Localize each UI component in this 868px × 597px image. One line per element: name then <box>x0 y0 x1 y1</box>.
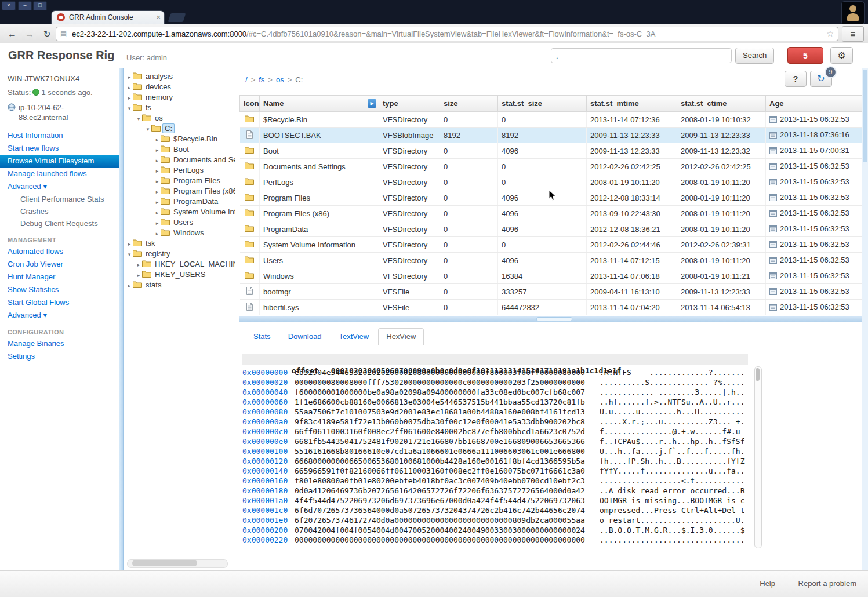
table-row[interactable]: hiberfil.sysVFSFile06444728322013-11-14 … <box>240 300 862 315</box>
tree-expand-icon[interactable]: ▸ <box>154 228 161 239</box>
tree-expand-icon[interactable]: ▸ <box>154 145 161 155</box>
browser-menu-button[interactable]: ≡ <box>842 26 864 42</box>
splitter-grip[interactable] <box>536 317 572 321</box>
new-tab-button[interactable] <box>168 13 186 22</box>
tree-node-analysis[interactable]: ▸analysis <box>124 71 235 82</box>
tree-expand-icon[interactable]: ▸ <box>154 134 161 145</box>
tree-expand-icon[interactable]: ▸ <box>154 176 161 187</box>
sidebar-subitem-crashes[interactable]: Crashes <box>0 205 104 217</box>
window-maximize-button[interactable]: □ <box>33 1 47 10</box>
tree-collapse-icon[interactable]: ▾ <box>144 124 151 134</box>
tree-expand-icon[interactable]: ▸ <box>135 260 142 270</box>
breadcrumb-link-fs[interactable]: fs <box>259 75 264 84</box>
tree-expand-icon[interactable]: ▸ <box>135 270 142 281</box>
tree-expand-icon[interactable]: ▸ <box>154 155 161 166</box>
sidebar-item-cron-job-viewer[interactable]: Cron Job Viewer <box>0 258 119 271</box>
tree-expand-icon[interactable]: ▸ <box>126 239 133 249</box>
tree-expand-icon[interactable]: ▸ <box>154 187 161 197</box>
tree-node-perflogs[interactable]: ▸PerfLogs <box>124 165 235 176</box>
tree-node-programdata[interactable]: ▸ProgramData <box>124 196 235 207</box>
search-input[interactable] <box>551 48 732 63</box>
help-link[interactable]: Help <box>760 579 775 588</box>
search-button[interactable]: Search <box>735 48 774 64</box>
sidebar-item-advanced[interactable]: Advanced ▾ <box>0 180 119 193</box>
desktop-user-icon[interactable] <box>841 1 865 25</box>
tree-node-fs[interactable]: ▾fs <box>124 103 235 113</box>
notifications-button[interactable]: 5 <box>787 47 823 64</box>
tree-expand-icon[interactable]: ▸ <box>126 93 133 103</box>
main-scrollbar-thumb[interactable] <box>863 70 867 162</box>
tree-node-c[interactable]: ▾C: <box>124 123 235 134</box>
tab-hexview[interactable]: HexView <box>378 328 424 345</box>
table-row[interactable]: ProgramDataVFSDirectory040962012-12-08 1… <box>240 221 862 237</box>
breadcrumb-link-os[interactable]: os <box>276 75 284 84</box>
sidebar-item-browse-virtual-filesystem[interactable]: Browse Virtual Filesystem <box>0 155 119 168</box>
tree-node-registry[interactable]: ▾registry <box>124 249 235 259</box>
table-row[interactable]: BOOTSECT.BAKVFSBlobImage819281922009-11-… <box>240 128 862 143</box>
browser-tab[interactable]: GRR Admin Console × <box>51 10 165 24</box>
sidebar-splitter[interactable] <box>119 68 124 571</box>
tab-download[interactable]: Download <box>280 328 330 345</box>
tree-collapse-icon[interactable]: ▾ <box>135 114 142 124</box>
table-row[interactable]: WindowsVFSDirectory0163842013-11-14 07:0… <box>240 268 862 284</box>
tree-node-os[interactable]: ▾os <box>124 113 235 123</box>
tree-node-stats[interactable]: ▸stats <box>124 280 235 290</box>
sidebar-subitem-client-performance-stats[interactable]: Client Performance Stats <box>0 193 104 205</box>
horizontal-splitter[interactable] <box>239 316 868 322</box>
main-scrollbar[interactable] <box>862 68 868 571</box>
tree-expand-icon[interactable]: ▸ <box>154 197 161 208</box>
table-row[interactable]: bootmgrVFSFile03332572009-04-11 16:13:10… <box>240 284 862 300</box>
sidebar-subitem-debug-client-requests[interactable]: Debug Client Requests <box>0 217 104 230</box>
table-row[interactable]: Documents and SettingsVFSDirectory002012… <box>240 159 862 174</box>
sidebar-item-advanced[interactable]: Advanced ▾ <box>0 309 119 322</box>
tree-collapse-icon[interactable]: ▾ <box>126 249 133 260</box>
window-minimize-button[interactable]: – <box>18 1 32 10</box>
back-button[interactable]: ← <box>5 27 20 41</box>
sidebar-item-host-information[interactable]: Host Information <box>0 129 119 142</box>
url-bar[interactable]: ▤ ec2-23-22-11-202.compute-1.amazonaws.c… <box>56 27 838 41</box>
help-button[interactable]: ? <box>785 71 807 87</box>
sidebar-item-settings[interactable]: Settings <box>0 350 119 363</box>
hex-scrollbar-thumb[interactable] <box>756 368 760 381</box>
report-problem-link[interactable]: Report a problem <box>798 579 856 588</box>
settings-button[interactable]: ⚙ <box>830 47 853 64</box>
tree-expand-icon[interactable]: ▸ <box>126 281 133 291</box>
hex-scrollbar[interactable] <box>754 366 762 548</box>
table-row[interactable]: PerfLogsVFSDirectory002008-01-19 10:11:2… <box>240 174 862 190</box>
tree-node-users[interactable]: ▸Users <box>124 217 235 228</box>
sidebar-item-start-global-flows[interactable]: Start Global Flows <box>0 296 119 309</box>
reload-button[interactable]: ↻ <box>39 27 55 41</box>
tree-node-recycle-bin[interactable]: ▸$Recycle.Bin <box>124 134 235 144</box>
sidebar-item-show-statistics[interactable]: Show Statistics <box>0 283 119 296</box>
tab-textview[interactable]: TextView <box>331 328 377 345</box>
tree-collapse-icon[interactable]: ▾ <box>126 103 133 114</box>
sort-filter-button[interactable]: ▶ <box>368 99 376 108</box>
tree-scrollbar-thumb[interactable] <box>132 560 197 566</box>
tree-horizontal-scrollbar[interactable] <box>127 559 228 568</box>
breadcrumb-link-[interactable]: / <box>245 75 248 84</box>
tree-node-devices[interactable]: ▸devices <box>124 82 235 92</box>
forward-button[interactable]: → <box>22 27 37 41</box>
tree-node-boot[interactable]: ▸Boot <box>124 144 235 155</box>
tree-expand-icon[interactable]: ▸ <box>154 166 161 176</box>
tree-node-documents-and-settings[interactable]: ▸Documents and Settings <box>124 155 235 165</box>
tab-close-icon[interactable]: × <box>156 13 161 21</box>
tree-node-tsk[interactable]: ▸tsk <box>124 238 235 249</box>
window-close-button[interactable]: × <box>2 1 16 10</box>
table-row[interactable]: $Recycle.BinVFSDirectory002013-11-14 07:… <box>240 112 862 128</box>
sidebar-item-manage-launched-flows[interactable]: Manage launched flows <box>0 168 119 180</box>
sidebar-item-automated-flows[interactable]: Automated flows <box>0 245 119 258</box>
sidebar-item-hunt-manager[interactable]: Hunt Manager <box>0 271 119 283</box>
bookmark-star-icon[interactable]: ☆ <box>826 29 834 38</box>
tree-expand-icon[interactable]: ▸ <box>126 82 133 93</box>
table-row[interactable]: System Volume InformationVFSDirectory002… <box>240 237 862 253</box>
tree-node-program-files-x86[interactable]: ▸Program Files (x86) <box>124 186 235 196</box>
table-row[interactable]: UsersVFSDirectory040962013-11-14 07:12:1… <box>240 253 862 268</box>
tree-node-memory[interactable]: ▸memory <box>124 92 235 103</box>
sidebar-item-manage-binaries[interactable]: Manage Binaries <box>0 337 119 350</box>
tree-node-hkey-users[interactable]: ▸HKEY_USERS <box>124 270 235 280</box>
tree-expand-icon[interactable]: ▸ <box>154 208 161 218</box>
tab-stats[interactable]: Stats <box>245 328 279 345</box>
tree-node-system-volume-information[interactable]: ▸System Volume Information <box>124 207 235 217</box>
tree-node-hkey-local-machine[interactable]: ▸HKEY_LOCAL_MACHINE <box>124 259 235 270</box>
